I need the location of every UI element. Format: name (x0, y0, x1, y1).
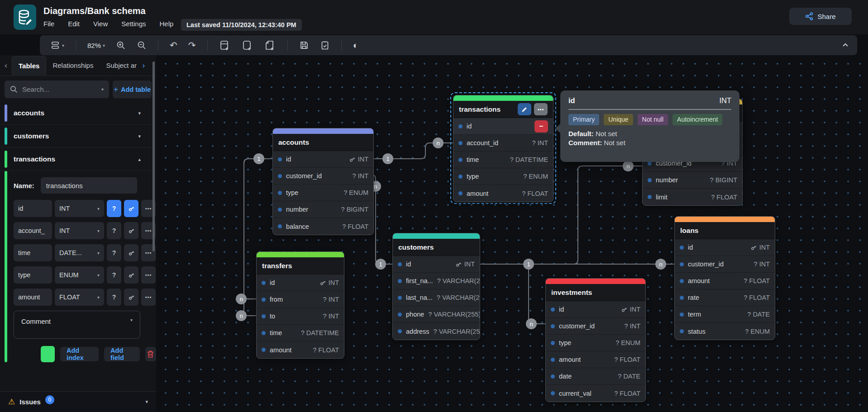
tab-tables[interactable]: Tables (12, 56, 46, 75)
tabs-scroll-right-icon[interactable]: › (142, 61, 145, 70)
table-field-row[interactable]: customer_id? INT (675, 256, 775, 273)
field-name-input[interactable]: amount (14, 289, 52, 306)
diagram-table-transfers[interactable]: transfersidINTfrom? INTto? INTtime? DATE… (256, 251, 344, 359)
share-button[interactable]: Share (789, 8, 852, 25)
chevron-down-icon[interactable]: ▾ (138, 110, 141, 116)
chevron-down-icon[interactable]: ▾ (138, 133, 141, 139)
menu-item-help[interactable]: Help (159, 20, 173, 28)
primary-key-button[interactable] (124, 289, 138, 306)
table-field-row[interactable]: from? INT (257, 291, 344, 308)
menu-item-edit[interactable]: Edit (68, 20, 80, 28)
tab-subject-areas[interactable]: Subject ar (100, 56, 141, 75)
primary-key-button[interactable] (124, 266, 138, 284)
edit-table-button[interactable] (518, 103, 531, 115)
add-table-tool-button[interactable] (217, 38, 233, 52)
table-field-row[interactable]: idINT (675, 239, 775, 256)
table-field-row[interactable]: idINT (257, 275, 344, 291)
diagram-table-customers[interactable]: customersidINTfirst_na...? VARCHAR(255)l… (392, 233, 480, 340)
field-name-input[interactable]: id (14, 200, 52, 217)
table-field-row[interactable]: balance? FLOAT (273, 218, 373, 235)
table-field-row[interactable]: status? ENUM (675, 323, 775, 340)
comment-box[interactable]: Comment ▾ (14, 311, 140, 339)
field-type-select[interactable]: ENUM▾ (55, 266, 104, 284)
field-name-input[interactable]: time (14, 244, 52, 261)
save-button[interactable] (297, 38, 311, 52)
table-field-row[interactable]: address? VARCHAR(255) (393, 323, 480, 340)
table-field-row[interactable]: term? DATE (675, 306, 775, 323)
delete-field-button[interactable]: – (534, 120, 548, 133)
table-field-row[interactable]: idINT (546, 301, 645, 318)
zoom-out-button[interactable] (134, 38, 149, 52)
table-field-row[interactable]: amount? FLOAT (257, 341, 344, 358)
field-name-input[interactable]: type (14, 266, 52, 284)
chevron-up-icon[interactable]: ▴ (138, 156, 141, 162)
tabs-scroll-left-icon[interactable]: ‹ (0, 61, 12, 70)
table-field-row[interactable]: amount? FLOAT (453, 185, 553, 202)
nullable-toggle-button[interactable]: ? (107, 266, 121, 284)
add-table-button[interactable]: + Add table (113, 81, 152, 98)
zoom-level-dropdown[interactable]: 82% ▾ (85, 40, 107, 51)
nullable-toggle-button[interactable]: ? (107, 222, 121, 239)
table-field-row[interactable]: date? DATE (546, 368, 645, 385)
sidebar-item-transactions[interactable]: transactions ▴ (0, 148, 156, 171)
table-field-row[interactable]: current_val? FLOAT (546, 385, 645, 402)
field-name-input[interactable]: account_ (14, 222, 52, 239)
diagram-table-loans[interactable]: loansidINTcustomer_id? INTamount? FLOATr… (674, 216, 775, 340)
table-field-row[interactable]: idINT (273, 151, 373, 168)
table-field-row[interactable]: time? DATETIME (453, 152, 553, 168)
sidebar-scrollbar[interactable] (153, 62, 155, 251)
app-logo[interactable] (14, 5, 36, 30)
menu-item-file[interactable]: File (43, 20, 54, 28)
primary-key-button[interactable] (124, 222, 138, 239)
search-input[interactable]: Search... ▾ (5, 81, 109, 98)
diagram-canvas[interactable]: 1nn1n1n1nnn accountsidINTcustomer_id? IN… (156, 55, 868, 412)
table-field-row[interactable]: type? ENUM (546, 335, 645, 351)
table-more-options-button[interactable]: ••• (534, 103, 548, 115)
table-color-swatch[interactable] (41, 346, 55, 362)
table-field-row[interactable]: first_na...? VARCHAR(255) (393, 273, 480, 289)
redo-button[interactable]: ↷ (186, 39, 198, 52)
primary-key-button[interactable] (124, 244, 138, 261)
add-note-button[interactable] (262, 38, 278, 52)
diagram-table-transactions[interactable]: transactions •••id–account_id? INTtime? … (453, 95, 553, 202)
layout-menu-button[interactable]: ▾ (48, 38, 67, 52)
table-field-row[interactable]: rate? FLOAT (675, 289, 775, 306)
table-field-row[interactable]: last_na...? VARCHAR(255) (393, 289, 480, 306)
table-field-row[interactable]: to? INT (257, 308, 344, 325)
delete-table-button[interactable] (145, 347, 156, 361)
table-field-row[interactable]: idINT (393, 256, 480, 273)
table-field-row[interactable]: type? ENUM (453, 168, 553, 185)
table-field-row[interactable]: type? ENUM (273, 185, 373, 201)
undo-button[interactable]: ↶ (167, 39, 180, 52)
collapse-toolbar-button[interactable] (842, 42, 849, 49)
nullable-toggle-button[interactable]: ? (107, 200, 121, 217)
table-field-row[interactable]: amount? FLOAT (546, 351, 645, 368)
zoom-in-button[interactable] (114, 38, 128, 52)
add-index-button[interactable]: Add index (60, 347, 99, 361)
nullable-toggle-button[interactable]: ? (107, 289, 121, 306)
sidebar-item-accounts[interactable]: accounts ▾ (0, 102, 156, 125)
nullable-toggle-button[interactable]: ? (107, 244, 121, 261)
field-more-options-button[interactable]: ••• (141, 289, 156, 306)
table-field-row[interactable]: time? DATETIME (257, 325, 344, 341)
table-field-row[interactable]: customer_id? INT (546, 318, 645, 335)
diagram-table-accounts[interactable]: accountsidINTcustomer_id? INTtype? ENUMn… (272, 128, 374, 235)
todo-button[interactable] (318, 38, 332, 52)
menu-item-settings[interactable]: Settings (121, 20, 146, 28)
issues-bar[interactable]: ⚠ Issues 0 ▾ (0, 391, 156, 412)
field-type-select[interactable]: INT▾ (55, 222, 104, 239)
add-subject-area-button[interactable] (239, 38, 256, 52)
table-field-row[interactable]: id– (453, 118, 553, 135)
sidebar-item-customers[interactable]: customers ▾ (0, 125, 156, 148)
table-field-row[interactable]: account_id? INT (453, 135, 553, 152)
field-type-select[interactable]: FLOAT▾ (55, 289, 104, 306)
table-field-row[interactable]: amount? FLOAT (675, 273, 775, 289)
field-type-select[interactable]: DATE...▾ (55, 244, 104, 261)
diagram-table-investments[interactable]: investmentsidINTcustomer_id? INTtype? EN… (545, 278, 646, 402)
menu-item-view[interactable]: View (93, 20, 108, 28)
table-field-row[interactable]: limit? FLOAT (643, 189, 742, 205)
field-type-select[interactable]: INT▾ (55, 200, 104, 217)
add-field-button[interactable]: Add field (104, 347, 140, 361)
table-field-row[interactable]: customer_id? INT (273, 168, 373, 185)
table-field-row[interactable]: number? BIGINT (643, 172, 742, 189)
